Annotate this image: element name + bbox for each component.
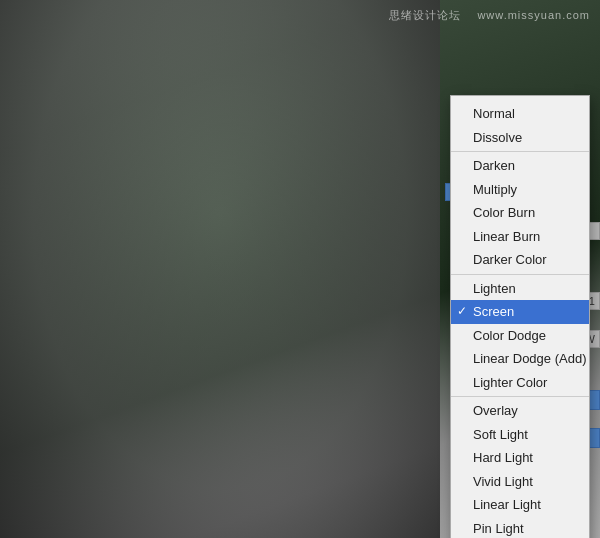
- blend-mode-darker-color[interactable]: Darker Color: [451, 248, 589, 272]
- watermark-right: www.missyuan.com: [477, 9, 590, 21]
- blend-mode-darken[interactable]: Darken: [451, 154, 589, 178]
- blend-mode-linear-dodge-add[interactable]: Linear Dodge (Add): [451, 347, 589, 371]
- blend-mode-screen[interactable]: Screen: [451, 300, 589, 324]
- dropdown-section-2: LightenScreenColor DodgeLinear Dodge (Ad…: [451, 275, 589, 398]
- blend-mode-dropdown[interactable]: NormalDissolveDarkenMultiplyColor BurnLi…: [450, 95, 590, 538]
- watermark: 思绪设计论坛 www.missyuan.com: [389, 8, 590, 23]
- blend-mode-multiply[interactable]: Multiply: [451, 178, 589, 202]
- blend-mode-lighter-color[interactable]: Lighter Color: [451, 371, 589, 395]
- blend-mode-color-burn[interactable]: Color Burn: [451, 201, 589, 225]
- blend-mode-overlay[interactable]: Overlay: [451, 399, 589, 423]
- blend-mode-linear-burn[interactable]: Linear Burn: [451, 225, 589, 249]
- blend-mode-soft-light[interactable]: Soft Light: [451, 423, 589, 447]
- watermark-left: 思绪设计论坛: [389, 9, 461, 21]
- photo-overlay: [0, 0, 440, 538]
- blend-mode-linear-light[interactable]: Linear Light: [451, 493, 589, 517]
- blend-mode-lighten[interactable]: Lighten: [451, 277, 589, 301]
- blend-mode-dissolve[interactable]: Dissolve: [451, 126, 589, 150]
- dropdown-section-0: NormalDissolve: [451, 100, 589, 152]
- blend-mode-pin-light[interactable]: Pin Light: [451, 517, 589, 539]
- blend-mode-color-dodge[interactable]: Color Dodge: [451, 324, 589, 348]
- blend-mode-hard-light[interactable]: Hard Light: [451, 446, 589, 470]
- dropdown-section-3: OverlaySoft LightHard LightVivid LightLi…: [451, 397, 589, 538]
- blend-mode-normal[interactable]: Normal: [451, 102, 589, 126]
- blend-mode-vivid-light[interactable]: Vivid Light: [451, 470, 589, 494]
- dropdown-section-1: DarkenMultiplyColor BurnLinear BurnDarke…: [451, 152, 589, 275]
